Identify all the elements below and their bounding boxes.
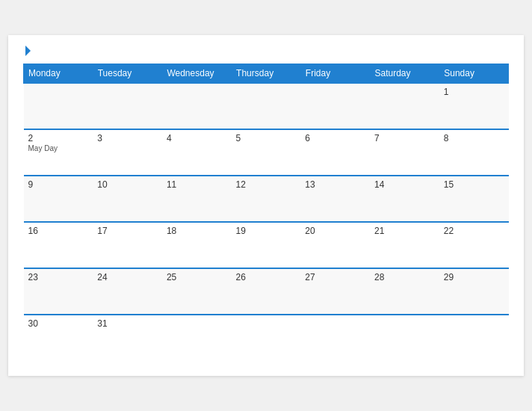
weekday-header-friday: Friday	[300, 64, 370, 84]
day-number: 23	[28, 272, 89, 282]
calendar-cell: 7	[370, 129, 439, 176]
calendar-cell	[232, 315, 301, 361]
day-number: 20	[305, 226, 365, 236]
calendar-cell: 29	[439, 268, 509, 315]
calendar-cell	[162, 315, 232, 361]
logo-blue-text	[23, 47, 31, 56]
day-number: 27	[305, 272, 365, 282]
calendar-cell: 1	[439, 83, 509, 129]
day-number: 15	[444, 179, 504, 190]
calendar-cell: 8	[439, 129, 509, 176]
calendar-cell: 2May Day	[24, 129, 93, 176]
calendar-cell: 28	[370, 268, 439, 315]
calendar-cell: 24	[93, 268, 162, 315]
calendar-cell	[232, 83, 301, 129]
calendar-cell: 27	[300, 268, 370, 315]
calendar-table: MondayTuesdayWednesdayThursdayFridaySatu…	[23, 64, 509, 361]
calendar-cell: 20	[300, 222, 370, 268]
calendar-cell: 23	[24, 268, 93, 315]
day-number: 18	[167, 226, 227, 236]
calendar-cell	[370, 83, 439, 129]
day-number: 31	[97, 318, 158, 329]
logo	[23, 47, 31, 56]
day-number: 5	[236, 133, 297, 143]
day-number: 29	[444, 272, 504, 282]
day-number: 14	[374, 179, 435, 190]
calendar-cell: 5	[232, 129, 301, 176]
calendar-cell	[300, 83, 370, 129]
calendar-cell: 13	[300, 176, 370, 222]
calendar-cell: 9	[24, 176, 93, 222]
day-number: 25	[167, 272, 227, 282]
day-number: 10	[97, 179, 158, 190]
calendar-cell	[93, 83, 162, 129]
calendar-cell: 18	[162, 222, 232, 268]
weekday-header-wednesday: Wednesday	[162, 64, 232, 84]
day-number: 6	[305, 133, 365, 143]
calendar-cell: 30	[24, 315, 93, 361]
calendar-cell: 11	[162, 176, 232, 222]
calendar-cell	[370, 315, 439, 361]
calendar-cell: 6	[300, 129, 370, 176]
calendar-cell: 15	[439, 176, 509, 222]
logo-triangle-icon	[25, 46, 31, 56]
weekday-header-thursday: Thursday	[232, 64, 301, 84]
day-number: 17	[97, 226, 158, 236]
day-number: 7	[374, 133, 435, 143]
day-number: 30	[28, 318, 89, 329]
week-row-4: 16171819202122	[24, 222, 509, 268]
week-row-5: 23242526272829	[24, 268, 509, 315]
calendar-cell: 14	[370, 176, 439, 222]
calendar-cell: 12	[232, 176, 301, 222]
day-number: 22	[444, 226, 504, 236]
calendar-cell: 19	[232, 222, 301, 268]
calendar-cell: 16	[24, 222, 93, 268]
calendar-cell: 26	[232, 268, 301, 315]
calendar-header	[23, 47, 509, 56]
day-event: May Day	[28, 144, 89, 152]
day-number: 19	[236, 226, 297, 236]
weekday-header-monday: Monday	[24, 64, 93, 84]
weekday-header-row: MondayTuesdayWednesdayThursdayFridaySatu…	[24, 64, 509, 84]
calendar-cell: 21	[370, 222, 439, 268]
weekday-header-tuesday: Tuesday	[93, 64, 162, 84]
calendar-cell: 4	[162, 129, 232, 176]
calendar-container: MondayTuesdayWednesdayThursdayFridaySatu…	[8, 35, 524, 376]
week-row-6: 3031	[24, 315, 509, 361]
day-number: 4	[167, 133, 227, 143]
day-number: 9	[28, 179, 89, 190]
calendar-cell	[162, 83, 232, 129]
day-number: 26	[236, 272, 297, 282]
week-row-2: 2May Day345678	[24, 129, 509, 176]
calendar-cell: 31	[93, 315, 162, 361]
day-number: 1	[444, 87, 504, 97]
day-number: 21	[374, 226, 435, 236]
day-number: 3	[97, 133, 158, 143]
day-number: 12	[236, 179, 297, 190]
day-number: 13	[305, 179, 365, 190]
calendar-cell: 22	[439, 222, 509, 268]
weekday-header-sunday: Sunday	[439, 64, 509, 84]
day-number: 8	[444, 133, 504, 143]
calendar-cell: 17	[93, 222, 162, 268]
calendar-cell	[24, 83, 93, 129]
day-number: 16	[28, 226, 89, 236]
calendar-cell	[439, 315, 509, 361]
calendar-cell	[300, 315, 370, 361]
weekday-header-saturday: Saturday	[370, 64, 439, 84]
day-number: 2	[28, 133, 89, 143]
day-number: 11	[167, 179, 227, 190]
week-row-3: 9101112131415	[24, 176, 509, 222]
day-number: 28	[374, 272, 435, 282]
day-number: 24	[97, 272, 158, 282]
calendar-cell: 10	[93, 176, 162, 222]
calendar-cell: 3	[93, 129, 162, 176]
week-row-1: 1	[24, 83, 509, 129]
calendar-cell: 25	[162, 268, 232, 315]
